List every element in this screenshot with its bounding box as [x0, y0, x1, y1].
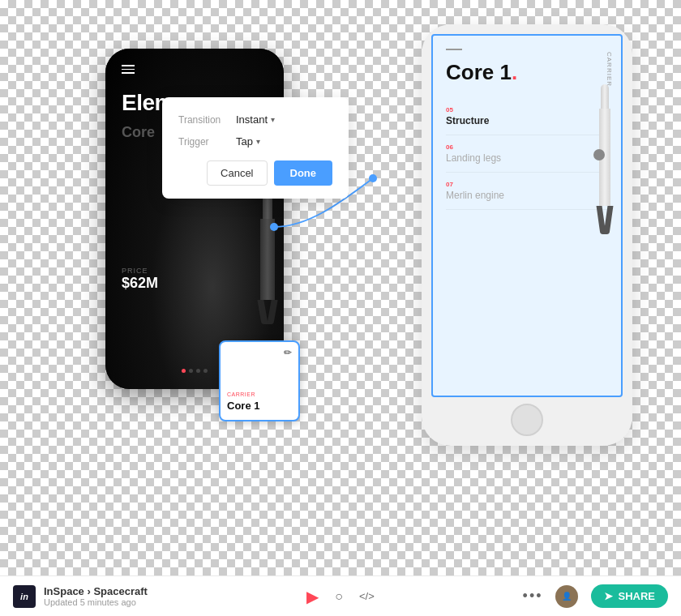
bottom-toolbar: in InSpace › Spacecraft Updated 5 minute…: [0, 575, 681, 616]
white-phone-screen: CARRIER Core 1. 05: [431, 34, 623, 397]
edit-icon: ✏: [284, 347, 292, 358]
item-number: 06: [446, 143, 608, 151]
dot: [203, 369, 208, 373]
dot: [189, 369, 193, 373]
dark-phone-price: PRICE $62M: [122, 267, 158, 292]
item-label: Merlin engine: [446, 190, 608, 201]
white-phone-mockup: CARRIER Core 1. 05: [422, 24, 632, 446]
dialog-buttons: Cancel Done: [178, 160, 332, 186]
dot: [196, 369, 200, 373]
card-carrier-label: CARRIER: [227, 391, 255, 397]
hamburger-line: [122, 72, 135, 74]
chevron-down-icon: ▾: [271, 115, 275, 124]
item-number: 05: [446, 106, 608, 113]
svg-point-1: [369, 174, 377, 182]
screen-minimize-bar: [446, 49, 462, 50]
price-label: PRICE: [122, 267, 158, 275]
share-button[interactable]: ➤ SHARE: [591, 584, 668, 608]
dots-icon: •••: [523, 588, 543, 604]
transition-row: Transition Instant ▾: [178, 113, 332, 126]
breadcrumb-section: InSpace › Spacecraft Updated 5 minutes a…: [44, 585, 148, 607]
price-value: $62M: [122, 275, 158, 292]
comment-button[interactable]: ○: [335, 589, 343, 604]
hamburger-icon: [122, 65, 135, 74]
interaction-dialog: Transition Instant ▾ Trigger Tap ▾ Cance…: [162, 97, 349, 199]
user-avatar[interactable]: 👤: [555, 585, 578, 608]
trigger-row: Trigger Tap ▾: [178, 135, 332, 148]
transition-value: Instant: [236, 113, 268, 126]
screen-carrier-label: CARRIER: [606, 52, 613, 87]
trigger-select[interactable]: Tap ▾: [236, 135, 260, 148]
hamburger-line: [122, 69, 135, 71]
selected-card[interactable]: ✏ CARRIER Core 1: [219, 340, 300, 421]
share-arrow-icon: ➤: [604, 590, 613, 602]
screen-title-dot: .: [512, 60, 517, 84]
transition-select[interactable]: Instant ▾: [236, 113, 275, 126]
screen-content: CARRIER Core 1. 05: [433, 36, 621, 396]
breadcrumb-subtitle: Updated 5 minutes ago: [44, 597, 148, 607]
chat-icon: ○: [335, 589, 343, 604]
logo-text: in: [20, 592, 28, 601]
breadcrumb: InSpace › Spacecraft: [44, 585, 148, 597]
toolbar-right: ••• 👤 ➤ SHARE: [510, 584, 681, 608]
code-button[interactable]: </>: [359, 590, 375, 602]
item-label: Structure: [446, 115, 608, 126]
transition-label: Transition: [178, 114, 223, 126]
toolbar-left: in InSpace › Spacecraft Updated 5 minute…: [0, 585, 510, 608]
trigger-value: Tap: [236, 135, 253, 148]
share-label: SHARE: [618, 590, 655, 602]
toolbar-center: ▶ ○ </>: [306, 587, 374, 606]
screen-item: 07 Merlin engine: [446, 173, 608, 210]
dot-active: [182, 369, 186, 373]
screen-slider[interactable]: [593, 149, 605, 160]
more-options-button[interactable]: •••: [523, 588, 543, 605]
home-button[interactable]: [511, 404, 543, 436]
hamburger-line: [122, 65, 135, 66]
code-icon: </>: [359, 590, 375, 602]
play-button[interactable]: ▶: [306, 587, 319, 606]
cancel-button[interactable]: Cancel: [207, 160, 267, 186]
chevron-down-icon-2: ▾: [256, 137, 260, 146]
dark-phone-header: [105, 49, 284, 82]
item-label: Landing legs: [446, 152, 608, 164]
main-content: Eleme Core PRICE $62M ✏ CARRIER Core 1: [0, 0, 681, 575]
inspace-logo: in: [13, 585, 36, 608]
screen-item: 06 Landing legs: [446, 135, 608, 173]
play-icon: ▶: [306, 587, 319, 606]
screen-item: 05 Structure: [446, 98, 608, 135]
avatar-initials: 👤: [562, 592, 572, 601]
screen-title: Core 1.: [446, 60, 608, 85]
trigger-label: Trigger: [178, 136, 223, 148]
item-number: 07: [446, 181, 608, 188]
card-name: Core 1: [227, 400, 259, 412]
dark-phone-dots: [182, 369, 208, 373]
screen-items-list: 05 Structure 06 Landing legs 07 Merlin e…: [446, 98, 608, 210]
done-button[interactable]: Done: [274, 160, 333, 186]
